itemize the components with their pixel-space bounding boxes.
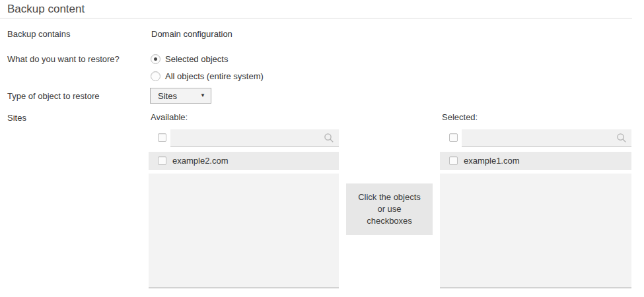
radio-option-all-objects[interactable]: All objects (entire system) bbox=[151, 71, 264, 81]
object-type-select[interactable]: Sites ▼ bbox=[150, 88, 211, 104]
chevron-down-icon: ▼ bbox=[200, 93, 205, 98]
page-title: Backup content bbox=[7, 3, 85, 16]
radio-button-icon[interactable] bbox=[151, 54, 161, 64]
radio-option-selected-objects[interactable]: Selected objects bbox=[151, 53, 228, 64]
section-divider bbox=[0, 18, 632, 18]
selected-panel: Selected: example1.com bbox=[440, 112, 631, 288]
available-search-row bbox=[149, 129, 339, 147]
radio-button-icon[interactable] bbox=[151, 71, 161, 81]
selected-list-item[interactable]: example1.com bbox=[440, 152, 631, 170]
selected-panel-header: Selected: bbox=[442, 112, 478, 122]
selected-search-row bbox=[440, 129, 631, 147]
available-search-box bbox=[170, 129, 339, 147]
selected-select-all-checkbox[interactable] bbox=[449, 133, 458, 142]
search-icon bbox=[324, 133, 334, 143]
item-label[interactable]: example1.com bbox=[464, 156, 520, 166]
radio-label[interactable]: All objects (entire system) bbox=[165, 71, 264, 81]
selected-search-input[interactable] bbox=[462, 129, 631, 147]
label-sites: Sites bbox=[7, 113, 26, 123]
item-label[interactable]: example2.com bbox=[172, 156, 229, 166]
value-backup-contains: Domain configuration bbox=[151, 29, 233, 39]
label-object-type: Type of object to restore bbox=[7, 91, 99, 101]
radio-label[interactable]: Selected objects bbox=[165, 54, 228, 64]
selected-search-box bbox=[462, 129, 631, 147]
label-backup-contains: Backup contains bbox=[7, 29, 70, 39]
transfer-hint-text: Click the objects or use checkboxes bbox=[358, 192, 421, 226]
item-checkbox[interactable] bbox=[449, 156, 458, 165]
transfer-hint-box: Click the objects or use checkboxes bbox=[346, 183, 433, 235]
available-panel: Available: example2.com bbox=[149, 112, 339, 288]
backup-content-page: Backup content Backup contains Domain co… bbox=[0, 0, 644, 297]
available-select-all-checkbox[interactable] bbox=[158, 133, 166, 142]
available-search-input[interactable] bbox=[170, 129, 339, 147]
selected-list-empty-area bbox=[440, 174, 631, 288]
item-checkbox[interactable] bbox=[158, 156, 166, 165]
search-icon bbox=[616, 133, 627, 143]
label-restore-scope: What do you want to restore? bbox=[7, 54, 120, 64]
available-list-item[interactable]: example2.com bbox=[149, 152, 339, 170]
available-panel-header: Available: bbox=[151, 112, 188, 122]
available-list-empty-area bbox=[149, 174, 339, 288]
object-type-select-value: Sites bbox=[158, 91, 177, 101]
